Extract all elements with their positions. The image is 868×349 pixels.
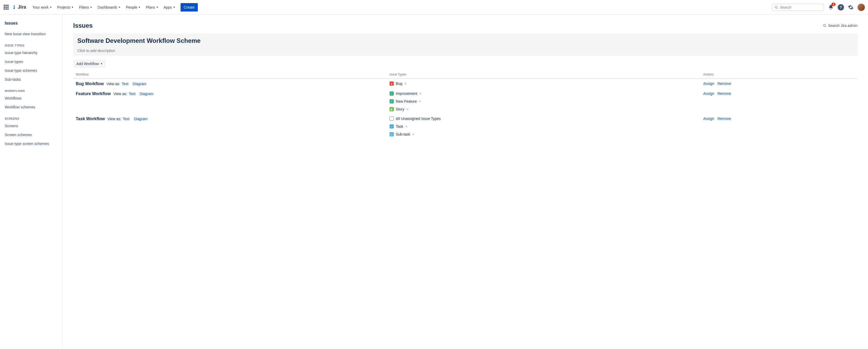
nav-item-dashboards[interactable]: Dashboards▼ xyxy=(95,4,123,11)
sidebar-item-screens[interactable]: Screens xyxy=(2,122,60,130)
view-as-label: View as: xyxy=(106,82,120,86)
sidebar-item-issue-type-screen-schemes[interactable]: Issue type screen schemes xyxy=(2,139,60,148)
admin-search[interactable]: Search Jira admin xyxy=(823,24,858,28)
global-search[interactable] xyxy=(772,4,824,11)
settings-icon[interactable] xyxy=(847,4,855,11)
svg-point-0 xyxy=(775,6,777,8)
view-diagram-link[interactable]: Diagram xyxy=(134,117,148,121)
product-name: Jira xyxy=(18,4,26,10)
nav-item-projects[interactable]: Projects▼ xyxy=(55,4,76,11)
issue-type-item: All Unassigned Issue Types xyxy=(390,117,698,121)
sidebar-group-label: SCREENS xyxy=(2,112,60,122)
nav-item-filters[interactable]: Filters▼ xyxy=(77,4,94,11)
sidebar-item-issue-types[interactable]: Issue types xyxy=(2,58,60,66)
remove-issuetype-icon[interactable]: × xyxy=(419,99,421,103)
main-content: Issues Search Jira admin Software Develo… xyxy=(63,14,868,349)
app-switcher-icon[interactable] xyxy=(3,4,9,10)
chevron-down-icon: ▼ xyxy=(50,6,52,9)
nav-item-plans[interactable]: Plans▼ xyxy=(144,4,160,11)
scheme-title[interactable]: Software Development Workflow Scheme xyxy=(78,37,854,44)
add-workflow-button[interactable]: Add Workflow ▼ xyxy=(73,60,106,68)
search-input[interactable] xyxy=(780,5,822,9)
page-title: Issues xyxy=(73,22,93,29)
svg-point-2 xyxy=(824,24,826,26)
issue-type-item: ◧Story× xyxy=(390,107,698,111)
sidebar-item-issue-type-schemes[interactable]: Issue type schemes xyxy=(2,66,60,75)
create-button[interactable]: Create xyxy=(181,3,198,11)
svg-line-3 xyxy=(826,26,826,27)
sidebar-group-label: ISSUE TYPES xyxy=(2,39,60,49)
nav-item-people[interactable]: People▼ xyxy=(124,4,143,11)
sidebar-item-new-issue-view[interactable]: New issue view transition xyxy=(2,30,60,38)
scheme-description[interactable]: Click to add description xyxy=(73,47,858,56)
jira-logo[interactable]: Jira xyxy=(11,4,26,10)
issue-type-label: Bug xyxy=(396,82,402,86)
view-text-link[interactable]: Text xyxy=(123,117,130,121)
remove-issuetype-icon[interactable]: × xyxy=(405,125,408,128)
nav-item-apps[interactable]: Apps▼ xyxy=(161,4,178,11)
issue-type-item: ↑Improvement× xyxy=(390,91,698,96)
subtask-icon: ◱ xyxy=(390,132,394,136)
remove-issuetype-icon[interactable]: × xyxy=(404,82,407,86)
col-issue-types: Issue Types xyxy=(387,70,701,78)
workflow-name: Task Workflow xyxy=(76,117,105,121)
story-icon: ◧ xyxy=(390,107,394,111)
assign-link[interactable]: Assign xyxy=(703,117,714,121)
assign-link[interactable]: Assign xyxy=(703,91,714,96)
chevron-down-icon: ▼ xyxy=(71,6,74,9)
feature-icon: + xyxy=(390,99,394,103)
view-diagram-link[interactable]: Diagram xyxy=(140,92,153,96)
top-navigation: Jira Your work▼Projects▼Filters▼Dashboar… xyxy=(0,0,868,14)
nav-items: Your work▼Projects▼Filters▼Dashboards▼Pe… xyxy=(30,4,178,11)
table-row: Feature WorkflowView as:TextDiagram↑Impr… xyxy=(73,89,858,114)
nav-item-your-work[interactable]: Your work▼ xyxy=(30,4,54,11)
notification-badge: 2 xyxy=(831,3,836,6)
issue-type-label: New Feature xyxy=(396,99,417,103)
sidebar-item-issue-type-hierarchy[interactable]: Issue type hierarchy xyxy=(2,49,60,57)
scheme-header: Software Development Workflow Scheme xyxy=(73,33,858,47)
remove-issuetype-icon[interactable]: × xyxy=(412,132,414,136)
issue-type-item: ●Bug× xyxy=(390,82,698,86)
improve-icon: ↑ xyxy=(390,91,394,96)
notifications-icon[interactable]: 2 xyxy=(827,4,835,11)
sidebar-group-label: WORKFLOWS xyxy=(2,84,60,94)
issue-type-label: Story xyxy=(396,107,404,111)
sidebar-item-screen-schemes[interactable]: Screen schemes xyxy=(2,131,60,139)
svg-line-1 xyxy=(777,8,778,9)
chevron-down-icon: ▼ xyxy=(156,6,158,9)
workflow-name: Feature Workflow xyxy=(76,91,111,96)
remove-issuetype-icon[interactable]: × xyxy=(406,107,408,111)
user-avatar[interactable] xyxy=(858,4,865,11)
view-text-link[interactable]: Text xyxy=(129,92,135,96)
bug-icon: ● xyxy=(390,82,394,86)
issue-type-label: Sub-task xyxy=(396,132,410,136)
sidebar-item-sub-tasks[interactable]: Sub-tasks xyxy=(2,75,60,84)
remove-issuetype-icon[interactable]: × xyxy=(420,92,422,95)
jira-logo-icon xyxy=(11,5,17,10)
workflow-name: Bug Workflow xyxy=(76,82,104,86)
issue-type-label: All Unassigned Issue Types xyxy=(396,117,441,121)
chevron-down-icon: ▼ xyxy=(173,6,175,9)
view-as-label: View as: xyxy=(107,117,121,121)
col-workflow: Workflow xyxy=(73,70,387,78)
sidebar: Issues New issue view transition ISSUE T… xyxy=(0,14,63,349)
sidebar-item-workflow-schemes[interactable]: Workflow schemes xyxy=(2,103,60,111)
search-icon xyxy=(774,5,778,9)
chevron-down-icon: ▼ xyxy=(90,6,92,9)
chevron-down-icon: ▼ xyxy=(138,6,141,9)
table-row: Bug WorkflowView as:TextDiagram●Bug×Assi… xyxy=(73,78,858,89)
view-as-label: View as: xyxy=(114,92,127,96)
view-diagram-link[interactable]: Diagram xyxy=(133,82,147,86)
remove-link[interactable]: Remove xyxy=(717,82,731,86)
table-row: Task WorkflowView as:TextDiagramAll Unas… xyxy=(73,114,858,139)
view-text-link[interactable]: Text xyxy=(122,82,129,86)
chevron-down-icon: ▼ xyxy=(118,6,121,9)
help-icon[interactable]: ? xyxy=(838,4,844,10)
search-icon xyxy=(823,24,827,27)
admin-search-label: Search Jira admin xyxy=(828,24,858,28)
sidebar-item-workflows[interactable]: Workflows xyxy=(2,94,60,102)
task-icon: ✓ xyxy=(390,124,394,129)
remove-link[interactable]: Remove xyxy=(717,117,731,121)
assign-link[interactable]: Assign xyxy=(703,82,714,86)
remove-link[interactable]: Remove xyxy=(717,91,731,96)
